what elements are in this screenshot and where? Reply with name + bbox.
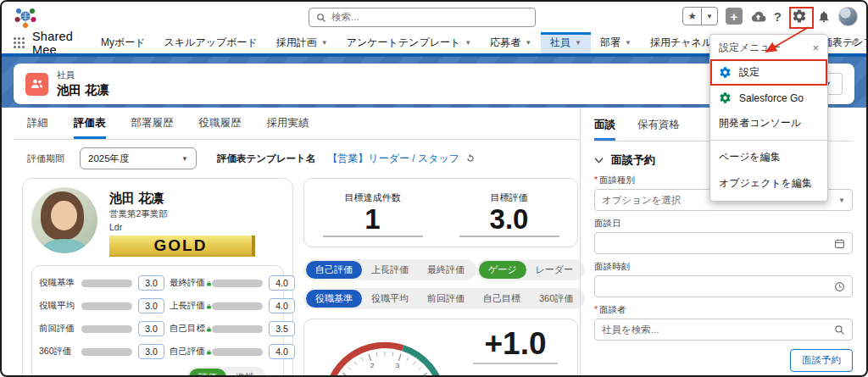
app-logo-icon (14, 5, 37, 29)
gauge-delta: +1.0 (462, 324, 569, 364)
nav-tab-employees[interactable]: 社員▼ (541, 32, 591, 53)
orchestrator-cloud-icon[interactable] (750, 10, 766, 23)
gauge-button[interactable]: ゲージ (479, 261, 526, 279)
previous-eval-button[interactable]: 前回評価 (418, 290, 474, 308)
gear-icon (719, 91, 732, 104)
nav-tab-survey-template[interactable]: アンケートテンプレート▼ (337, 32, 481, 53)
mode-eval-button[interactable]: 評価 (189, 369, 226, 375)
interview-date-field: 面談日 (594, 218, 853, 254)
nav-tab-departments[interactable]: 部署▼ (591, 32, 641, 53)
global-search-input[interactable]: 検索... (309, 8, 536, 27)
search-icon (834, 324, 845, 335)
clock-icon[interactable] (834, 281, 845, 292)
tab-evaluation-sheet[interactable]: 評価表 (74, 116, 106, 139)
required-asterisk: * (594, 304, 598, 314)
user-avatar[interactable] (838, 7, 858, 26)
interviewer-field: *面談者 社員を検索... (594, 304, 853, 341)
template-link[interactable]: 【営業】リーダー / スタッフ (327, 152, 459, 166)
menu-item-edit-page[interactable]: ページを編集 (710, 144, 827, 170)
edit-nav-pencil-icon[interactable]: ✎ (850, 36, 860, 48)
record-tabs: 詳細 評価表 部署履歴 役職履歴 採用実績 (14, 113, 580, 140)
tab-details[interactable]: 詳細 (27, 116, 48, 139)
interviewer-search-input[interactable]: 社員を検索... (594, 319, 853, 341)
template-name-label: 評価表テンプレート名 (217, 152, 315, 165)
employee-department: 営業第2事業部 (109, 208, 284, 220)
rank-badge: GOLD (109, 236, 255, 257)
calendar-icon[interactable] (834, 238, 845, 249)
eval-progress-toggle: 評価 進捗 (186, 367, 266, 375)
period-select[interactable]: 2025年度▼ (80, 147, 197, 169)
header-actions: ★ ▼ + ? (682, 6, 858, 26)
tab-department-history[interactable]: 部署履歴 (131, 116, 174, 139)
rating-label: 前回評価 (39, 323, 81, 335)
gauge-chart: 1 2 3 4 (313, 324, 457, 375)
radar-button[interactable]: レーダー (526, 261, 583, 279)
rating-row: 役職基準3.0 最終評価4.0 (39, 275, 276, 291)
chart-type-toggle: ゲージ レーダー (476, 259, 585, 280)
evaluator-toggle: 自己評価 上長評価 最終評価 (303, 259, 476, 280)
rating-value: 4.0 (269, 275, 295, 291)
global-actions-button[interactable]: + (726, 8, 743, 25)
settings-menu: 設定メニュー × 設定 Salesforce Go 開発者コンソール ページを編… (709, 34, 828, 202)
nav-tab-recruit-plan[interactable]: 採用計画▼ (267, 32, 337, 53)
favorites-button[interactable]: ★ ▼ (682, 7, 718, 25)
nav-tab-skillup-board[interactable]: スキルアップボード (155, 32, 267, 53)
final-eval-button[interactable]: 最終評価 (418, 261, 474, 279)
rating-label: 最終評価 (170, 277, 212, 289)
employee-role: Ldr (109, 222, 284, 232)
interview-date-input[interactable] (594, 232, 853, 254)
chevron-down-icon: ▼ (525, 39, 531, 47)
menu-item-setup[interactable]: 設定 (710, 59, 827, 86)
tab-position-history[interactable]: 役職履歴 (199, 116, 242, 139)
rating-value: 4.0 (269, 298, 295, 313)
interview-time-input[interactable] (594, 275, 853, 297)
rating-bar (81, 325, 132, 333)
menu-item-salesforce-go[interactable]: Salesforce Go (710, 86, 827, 110)
rating-value: 3.0 (138, 275, 164, 291)
chevron-down-icon: ▼ (181, 155, 188, 163)
nav-tab-myboard[interactable]: Myボード (92, 32, 155, 53)
rating-label: 360評価 (39, 346, 81, 358)
eval-360-button[interactable]: 360評価 (530, 290, 582, 308)
refresh-icon[interactable] (465, 153, 476, 164)
goal-metrics-card: 目標達成件数 1 目標評価 3.0 (303, 178, 578, 247)
employee-photo (31, 187, 97, 253)
app-launcher-waffle-icon[interactable] (14, 37, 25, 48)
svg-text:2: 2 (370, 362, 375, 369)
rating-bar (212, 348, 263, 356)
rating-label: 役職基準 (39, 277, 81, 289)
rating-bar (81, 280, 132, 287)
mode-progress-button[interactable]: 進捗 (226, 369, 264, 375)
self-eval-button[interactable]: 自己評価 (306, 261, 362, 279)
rating-bars-panel: 役職基準3.0 最終評価4.0 役職平均3.0 上長評価4.0 前回評価3.0 … (31, 265, 284, 375)
lock-icon (206, 280, 212, 287)
app-name[interactable]: Shared Mee (32, 30, 73, 57)
rating-label: 自己評価 (170, 346, 212, 358)
search-placeholder: 検索... (331, 11, 359, 24)
manager-eval-button[interactable]: 上長評価 (362, 261, 418, 279)
rating-row: 360評価3.0 自己評価4.0 (39, 344, 276, 359)
record-main-area: 詳細 評価表 部署履歴 役職履歴 採用実績 評価期間 2025年度▼ 評価表テン… (2, 108, 580, 375)
help-icon[interactable]: ? (774, 9, 782, 24)
chevron-down-icon: ▼ (838, 197, 845, 204)
rating-value: 4.0 (269, 344, 295, 359)
rating-label: 上長評価 (170, 300, 212, 312)
favorites-caret-icon[interactable]: ▼ (701, 8, 717, 25)
chevron-down-icon: ▼ (465, 39, 471, 47)
baseline-toggle: 役職基準 役職平均 前回評価 自己目標 360評価 (303, 288, 585, 309)
chevron-down-icon: ▼ (575, 39, 581, 47)
app-window: 検索... ★ ▼ + ? Shared Mee Myボード スキルアップボード (0, 0, 868, 377)
tab-interview[interactable]: 面談 (594, 118, 615, 141)
notifications-bell-icon[interactable] (817, 9, 831, 24)
role-average-button[interactable]: 役職平均 (362, 290, 418, 308)
star-icon[interactable]: ★ (683, 8, 701, 25)
tab-certifications[interactable]: 保有資格 (637, 118, 680, 141)
tab-recruit-results[interactable]: 採用実績 (267, 116, 309, 139)
role-standard-button[interactable]: 役職基準 (306, 290, 362, 308)
book-interview-button[interactable]: 面談予約 (790, 349, 853, 372)
menu-item-developer-console[interactable]: 開発者コンソール (710, 110, 827, 136)
nav-tab-applicants[interactable]: 応募者▼ (481, 32, 541, 53)
menu-divider (710, 140, 827, 141)
self-goal-button[interactable]: 自己目標 (474, 290, 530, 308)
menu-item-edit-object[interactable]: オブジェクトを編集 (710, 170, 827, 197)
